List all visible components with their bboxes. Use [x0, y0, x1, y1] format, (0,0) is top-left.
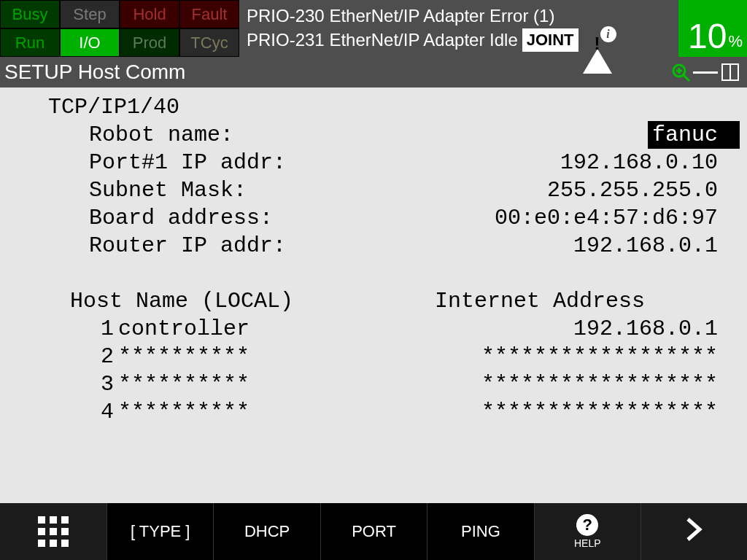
status-tcyc: TCyc	[179, 28, 239, 57]
host-row[interactable]: 3 ********** ******************	[7, 370, 740, 398]
host-addr[interactable]: ******************	[481, 398, 740, 426]
menu-icon[interactable]	[693, 69, 718, 76]
softkey-dhcp[interactable]: DHCP	[213, 503, 320, 560]
field-board-addr[interactable]: Board address: 00:e0:e4:57:d6:97	[7, 204, 740, 232]
softkey-type[interactable]: [ TYPE ]	[107, 503, 213, 560]
page-title: SETUP Host Comm	[4, 61, 185, 84]
field-robot-name[interactable]: Robot name: fanuc	[7, 121, 740, 149]
softkey-bar: [ TYPE ] DHCP PORT PING ? HELP	[0, 503, 747, 560]
section-name: TCP/IP	[48, 93, 127, 121]
host-col-addr: Internet Address	[435, 287, 740, 315]
subnet-label: Subnet Mask:	[89, 176, 247, 204]
zoom-icon[interactable]	[668, 62, 693, 82]
top-status-bar: Busy Step Hold Fault Run I/O Prod TCyc P…	[0, 0, 747, 57]
softkey-port[interactable]: PORT	[320, 503, 427, 560]
host-col-name: Host Name (LOCAL)	[70, 287, 293, 315]
status-hold: Hold	[120, 0, 179, 28]
status-fault: Fault	[179, 0, 239, 28]
menu-grid-button[interactable]	[0, 503, 107, 560]
router-ip-value[interactable]: 192.168.0.1	[573, 232, 740, 260]
field-subnet[interactable]: Subnet Mask: 255.255.255.0	[7, 176, 740, 204]
override-value: 10	[688, 19, 727, 54]
help-icon: ?	[576, 514, 598, 536]
status-busy: Busy	[0, 0, 60, 28]
status-step: Step	[60, 0, 120, 28]
coord-mode-tag: JOINT	[522, 28, 578, 52]
softkey-next[interactable]	[640, 503, 747, 560]
router-ip-label: Router IP addr:	[89, 232, 286, 260]
port1-ip-label: Port#1 IP addr:	[89, 149, 286, 176]
field-port1-ip[interactable]: Port#1 IP addr: 192.168.0.10	[7, 149, 740, 176]
override-display[interactable]: 10 %	[678, 0, 747, 57]
host-addr[interactable]: ******************	[481, 370, 740, 398]
port1-ip-value[interactable]: 192.168.0.10	[560, 149, 740, 176]
host-table-header: Host Name (LOCAL) Internet Address	[7, 287, 740, 315]
host-addr[interactable]: ******************	[481, 343, 740, 370]
svg-line-1	[684, 75, 689, 81]
host-index: 4	[89, 398, 114, 426]
board-addr-label: Board address:	[89, 204, 273, 232]
host-row[interactable]: 1 controller 192.168.0.1	[7, 315, 740, 343]
info-icon: i	[600, 26, 616, 42]
host-name[interactable]: **********	[118, 343, 293, 370]
robot-name-value[interactable]: fanuc	[648, 121, 740, 149]
status-run: Run	[0, 28, 60, 57]
host-name[interactable]: controller	[118, 315, 293, 343]
board-addr-value: 00:e0:e4:57:d6:97	[495, 204, 740, 232]
alarm-line-2: PRIO-231 EtherNet/IP Adapter Idle JOINT …	[247, 28, 671, 52]
softkey-ping[interactable]: PING	[427, 503, 533, 560]
section-header: TCP/IP 1/40	[7, 93, 740, 121]
status-io: I/O	[60, 28, 120, 57]
status-prod: Prod	[120, 28, 179, 57]
alarm-text-2: PRIO-231 EtherNet/IP Adapter Idle	[247, 28, 518, 52]
main-content: TCP/IP 1/40 Robot name: fanuc Port#1 IP …	[0, 88, 747, 503]
robot-name-label: Robot name:	[89, 121, 233, 149]
host-index: 2	[89, 343, 114, 370]
host-name[interactable]: **********	[118, 370, 293, 398]
status-grid: Busy Step Hold Fault Run I/O Prod TCyc	[0, 0, 239, 57]
host-name[interactable]: **********	[118, 398, 293, 426]
host-row[interactable]: 4 ********** ******************	[7, 398, 740, 426]
softkey-help-label: HELP	[574, 537, 601, 549]
warning-icon: ! i	[583, 28, 612, 52]
override-unit: %	[728, 32, 743, 51]
host-row[interactable]: 2 ********** ******************	[7, 343, 740, 370]
host-index: 3	[89, 370, 114, 398]
softkey-help[interactable]: ? HELP	[534, 503, 640, 560]
host-addr[interactable]: 192.168.0.1	[573, 315, 740, 343]
alarm-text-1: PRIO-230 EtherNet/IP Adapter Error (1)	[247, 4, 554, 28]
field-router-ip[interactable]: Router IP addr: 192.168.0.1	[7, 232, 740, 260]
chevron-right-icon	[684, 515, 704, 548]
layout-icon[interactable]	[718, 63, 743, 82]
alarm-area[interactable]: PRIO-230 EtherNet/IP Adapter Error (1) P…	[239, 0, 678, 57]
host-index: 1	[89, 315, 114, 343]
title-bar: SETUP Host Comm	[0, 57, 747, 88]
line-counter: 1/40	[127, 93, 201, 121]
subnet-value[interactable]: 255.255.255.0	[547, 176, 740, 204]
grid-icon	[38, 516, 69, 547]
